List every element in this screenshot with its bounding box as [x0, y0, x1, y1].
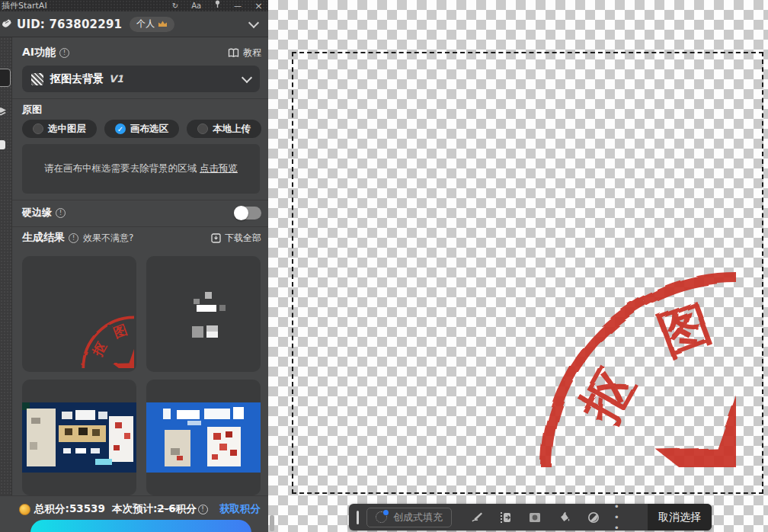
generative-fill-label: 创成式填充: [393, 511, 443, 524]
plugin-titlebar[interactable]: 插件StartAI ↻ Aa — ×: [0, 0, 268, 11]
result-thumbnail-banner-2[interactable]: [146, 380, 261, 495]
download-icon: [211, 233, 221, 243]
close-icon[interactable]: ×: [254, 0, 263, 11]
download-all-button[interactable]: 下载全部: [211, 232, 261, 245]
feature-version: V1: [109, 73, 123, 85]
results-grid: [22, 256, 261, 495]
taskbar-tools: • • •: [452, 509, 648, 526]
uid-value: UID: 763802291: [17, 18, 122, 31]
app-window: 创成式填充 • • •: [0, 0, 768, 532]
coin-icon: [19, 504, 30, 515]
option-local-upload[interactable]: 本地上传: [187, 120, 261, 138]
radio-icon: [197, 123, 208, 134]
source-header: 原图: [22, 103, 261, 117]
adjustments-contrast-icon[interactable]: [585, 509, 602, 526]
info-icon[interactable]: !: [56, 208, 66, 218]
points-row: 总积分:53539 本次预计: 2-6积分 ! 获取积分: [19, 502, 261, 516]
chevron-down-icon[interactable]: [248, 17, 259, 27]
startai-plugin-panel: 插件StartAI ↻ Aa — × UID: 763802291 个人: [0, 0, 268, 532]
minimize-icon[interactable]: —: [234, 0, 242, 11]
result-thumbnail-blocks[interactable]: [146, 256, 261, 372]
add-mask-icon[interactable]: [526, 509, 543, 526]
result-thumbnail-banner-1[interactable]: [22, 380, 136, 495]
preview-link[interactable]: 点击预览: [200, 162, 238, 175]
results-header: 生成结果 ! 效果不满意? 下载全部: [22, 231, 261, 245]
fill-bucket-icon[interactable]: [556, 509, 573, 526]
source-options: 选中图层 ✓ 画布选区 本地上传: [22, 120, 261, 138]
tool-tab-icon[interactable]: [0, 140, 5, 149]
pin-icon[interactable]: [214, 0, 221, 11]
results-title: 生成结果: [22, 231, 65, 245]
brush-icon[interactable]: [469, 509, 485, 526]
option-canvas-selection[interactable]: ✓ 画布选区: [104, 120, 179, 138]
generate-button[interactable]: [30, 520, 251, 532]
plugin-title: 插件StartAI: [2, 0, 172, 11]
more-options-icon[interactable]: • • •: [614, 509, 631, 526]
panel-content: AI功能 ! 教程 抠图去背景 V1 原图: [12, 37, 268, 532]
divider: [12, 226, 268, 227]
ai-feature-header: AI功能 ! 教程: [22, 46, 261, 59]
total-points: 总积分:53539: [34, 502, 105, 516]
download-all-label: 下载全部: [225, 232, 261, 245]
info-icon[interactable]: !: [59, 48, 69, 58]
chevron-down-icon: [242, 72, 252, 83]
deselect-button[interactable]: 取消选择: [648, 504, 712, 530]
selection-hint-card: 请在画布中框选需要去除背景的区域 点击预览: [22, 144, 260, 194]
uid-bar: UID: 763802291 个人: [0, 11, 268, 37]
selection-marquee-icon: [376, 511, 387, 523]
ai-feature-title: AI功能: [22, 46, 56, 59]
points-footer: 总积分:53539 本次预计: 2-6积分 ! 获取积分: [0, 495, 268, 532]
photoshop-canvas[interactable]: 创成式填充 • • •: [268, 0, 768, 532]
hint-text: 请在画布中框选需要去除背景的区域: [44, 162, 197, 175]
feature-name: 抠图去背景: [50, 72, 104, 86]
tutorial-label: 教程: [243, 46, 261, 59]
option-label: 画布选区: [130, 123, 168, 136]
source-title: 原图: [22, 103, 42, 117]
feature-select-dropdown[interactable]: 抠图去背景 V1: [22, 66, 260, 92]
generative-fill-button[interactable]: 创成式填充: [366, 508, 452, 527]
option-label: 选中图层: [48, 123, 86, 136]
deselect-label: 取消选择: [658, 511, 701, 524]
hard-edge-row: 硬边缘 !: [22, 206, 261, 220]
contextual-task-bar: 创成式填充 • • •: [349, 504, 712, 530]
tutorial-button[interactable]: 教程: [228, 46, 261, 59]
matting-feature-icon: [31, 73, 43, 85]
estimate-value: 2-6积分: [157, 502, 196, 516]
divider: [12, 200, 268, 200]
hand-logo-icon: [0, 18, 13, 30]
radio-checked-icon: ✓: [115, 123, 126, 134]
scrollbar-thumb[interactable]: [270, 515, 274, 531]
divider: [12, 98, 268, 99]
taskbar-drag-handle[interactable]: [357, 511, 359, 524]
info-icon[interactable]: !: [69, 233, 78, 243]
hard-edge-toggle[interactable]: [234, 207, 261, 220]
layers-tab-icon[interactable]: [0, 107, 6, 117]
results-subtitle: 效果不满意?: [83, 232, 133, 245]
hard-edge-title: 硬边缘: [22, 206, 52, 220]
get-points-link[interactable]: 获取积分: [219, 502, 261, 516]
info-icon[interactable]: !: [198, 505, 208, 514]
result-thumbnail-stamp[interactable]: [22, 256, 136, 372]
text-size-icon[interactable]: Aa: [191, 0, 201, 11]
red-stamp-image: [332, 63, 736, 467]
account-type-badge[interactable]: 个人: [130, 17, 174, 32]
mini-stamp-image: [26, 260, 134, 368]
active-tool-tab-icon[interactable]: [0, 69, 11, 87]
badge-label: 个人: [136, 18, 155, 30]
crown-icon: [158, 20, 168, 28]
refresh-icon[interactable]: ↻: [172, 0, 178, 11]
plugin-side-tabs: [0, 37, 12, 532]
option-label: 本地上传: [213, 123, 251, 136]
radio-icon: [33, 123, 43, 134]
book-icon: [228, 48, 239, 58]
remove-background-icon[interactable]: [498, 509, 514, 526]
option-selected-layer[interactable]: 选中图层: [22, 120, 97, 138]
estimate-prefix: 本次预计:: [112, 502, 157, 516]
